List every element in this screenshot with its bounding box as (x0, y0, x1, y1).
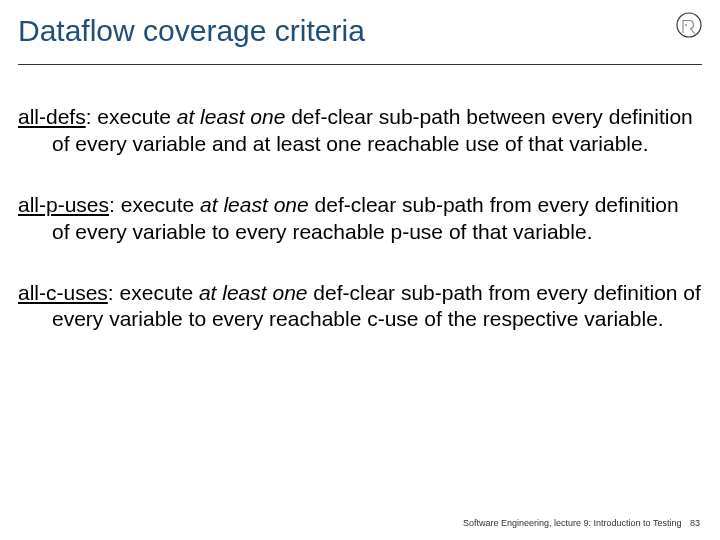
slide-title: Dataflow coverage criteria (18, 14, 365, 48)
title-divider (18, 64, 702, 65)
slide: Dataflow coverage criteria all-defs: exe… (0, 0, 720, 540)
chair-logo-icon (674, 10, 704, 40)
definition-all-defs: all-defs: execute at least one def-clear… (18, 104, 702, 158)
emph: at least one (177, 105, 286, 128)
slide-footer: Software Engineering, lecture 9: Introdu… (463, 518, 700, 528)
footer-text: Software Engineering, lecture 9: Introdu… (463, 518, 681, 528)
sep: : execute (86, 105, 177, 128)
emph: at least one (200, 193, 309, 216)
svg-point-0 (677, 13, 701, 37)
term: all-defs (18, 105, 86, 128)
definition-all-c-uses: all-c-uses: execute at least one def-cle… (18, 280, 702, 334)
term: all-c-uses (18, 281, 108, 304)
term: all-p-uses (18, 193, 109, 216)
sep: : execute (108, 281, 199, 304)
emph: at least one (199, 281, 308, 304)
sep: : execute (109, 193, 200, 216)
definition-all-p-uses: all-p-uses: execute at least one def-cle… (18, 192, 702, 246)
slide-body: all-defs: execute at least one def-clear… (18, 104, 702, 367)
svg-point-1 (685, 24, 687, 26)
page-number: 83 (690, 518, 700, 528)
